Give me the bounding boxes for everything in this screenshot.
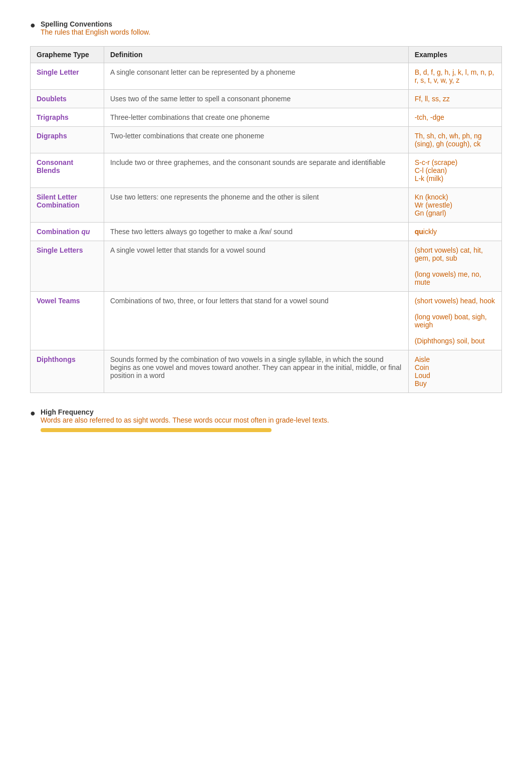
grapheme-type-cell: Consonant Blends [31, 153, 104, 188]
grapheme-type-cell: Vowel Teams [31, 292, 104, 350]
definition-cell: Two-letter combinations that create one … [104, 127, 408, 153]
examples-cell: Ff, ll, ss, zz [408, 90, 501, 108]
definition-cell: Three-letter combinations that create on… [104, 108, 408, 127]
examples-cell: Th, sh, ch, wh, ph, ng (sing), gh (cough… [408, 127, 501, 153]
col-header-grapheme-type: Grapheme Type [31, 47, 104, 63]
table-row: Combination quThese two letters always g… [31, 223, 502, 241]
grapheme-type-cell: Single Letters [31, 241, 104, 292]
col-header-examples: Examples [408, 47, 501, 63]
table-row: Single LettersA single vowel letter that… [31, 241, 502, 292]
examples-cell: quickly [408, 223, 501, 241]
table-row: Silent Letter CombinationUse two letters… [31, 188, 502, 223]
grapheme-type-cell: Diphthongs [31, 350, 104, 393]
bullet-dot-1: ● [30, 20, 36, 31]
definition-cell: A single vowel letter that stands for a … [104, 241, 408, 292]
grapheme-type-cell: Silent Letter Combination [31, 188, 104, 223]
table-row: Single LetterA single consonant letter c… [31, 63, 502, 90]
bullet-title-2: High Frequency [41, 408, 329, 416]
bullet-dot-2: ● [30, 408, 36, 419]
definition-cell: Combinations of two, three, or four lett… [104, 292, 408, 350]
definition-cell: These two letters always go together to … [104, 223, 408, 241]
table-row: DoubletsUses two of the same letter to s… [31, 90, 502, 108]
table-row: Vowel TeamsCombinations of two, three, o… [31, 292, 502, 350]
definition-cell: Include two or three graphemes, and the … [104, 153, 408, 188]
definition-cell: Sounds formed by the combination of two … [104, 350, 408, 393]
examples-cell: (short vowels) cat, hit, gem, pot, sub(l… [408, 241, 501, 292]
examples-cell: AisleCoinLoudBuy [408, 350, 501, 393]
highlight-bar [41, 428, 272, 432]
table-row: TrigraphsThree-letter combinations that … [31, 108, 502, 127]
bullet-description-2: Words are also referred to as sight word… [41, 416, 329, 424]
definition-cell: Use two letters: one represents the phon… [104, 188, 408, 223]
grapheme-type-cell: Single Letter [31, 63, 104, 90]
examples-cell: (short vowels) head, hook(long vowel) bo… [408, 292, 501, 350]
table-row: DigraphsTwo-letter combinations that cre… [31, 127, 502, 153]
table-row: DiphthongsSounds formed by the combinati… [31, 350, 502, 393]
definition-cell: Uses two of the same letter to spell a c… [104, 90, 408, 108]
definition-cell: A single consonant letter can be represe… [104, 63, 408, 90]
table-row: Consonant BlendsInclude two or three gra… [31, 153, 502, 188]
bullet-description-1: The rules that English words follow. [41, 28, 150, 36]
grapheme-type-cell: Combination qu [31, 223, 104, 241]
bullet-title-1: Spelling Conventions [41, 20, 150, 28]
grapheme-table: Grapheme Type Definition Examples Single… [30, 46, 502, 393]
examples-cell: B, d, f, g, h, j, k, l, m, n, p, r, s, t… [408, 63, 501, 90]
grapheme-type-cell: Trigraphs [31, 108, 104, 127]
examples-cell: S-c-r (scrape)C-l (clean)L-k (milk) [408, 153, 501, 188]
grapheme-type-cell: Doublets [31, 90, 104, 108]
examples-cell: -tch, -dge [408, 108, 501, 127]
examples-cell: Kn (knock)Wr (wrestle)Gn (gnarl) [408, 188, 501, 223]
col-header-definition: Definition [104, 47, 408, 63]
grapheme-type-cell: Digraphs [31, 127, 104, 153]
